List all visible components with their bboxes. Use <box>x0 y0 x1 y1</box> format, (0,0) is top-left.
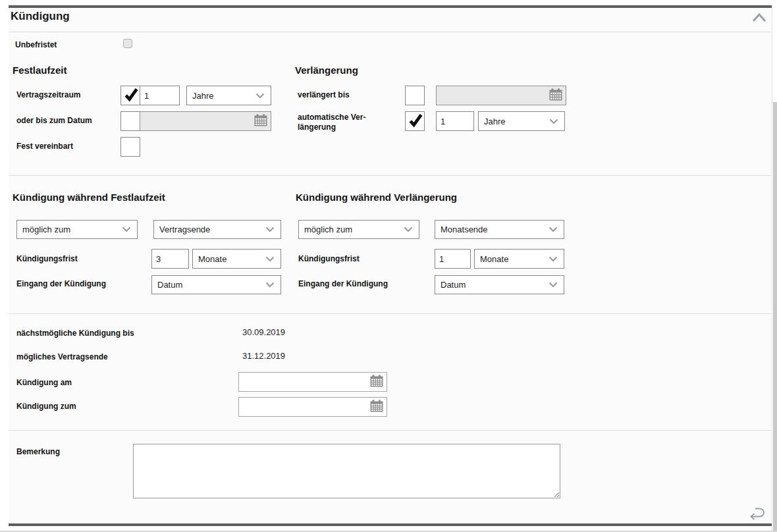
festlaufzeit-zeitpunkt-select[interactable]: Vertragsende <box>153 220 281 239</box>
return-arrow-icon <box>747 505 766 524</box>
checkmark-icon <box>123 138 138 156</box>
chevron-down-icon <box>255 91 265 101</box>
verlaengert-bis-label: verlängert bis <box>298 90 350 100</box>
calendar-icon <box>254 114 267 129</box>
label-line2: längerung <box>298 122 365 132</box>
verlaengerung-moeglich-zum-select[interactable]: möglich zum <box>298 220 419 239</box>
chevron-down-icon <box>549 280 558 290</box>
kuendigung-verlaengerung-header: Kündigung während Verlängerung <box>296 192 457 203</box>
chevron-down-icon <box>122 225 131 234</box>
collapse-panel-button[interactable] <box>751 13 767 24</box>
label-line1: automatische Ver- <box>298 113 365 122</box>
verlaengerung-zeitpunkt-select[interactable]: Monatsende <box>435 220 564 239</box>
festlaufzeit-frist-label: Kündigungsfrist <box>16 254 78 264</box>
verlaengerung-header: Verlängerung <box>295 65 358 76</box>
section-separator <box>9 313 771 314</box>
verlaengerung-eingang-select[interactable]: Datum <box>435 275 564 294</box>
section-separator <box>9 175 771 176</box>
select-value: Datum <box>157 280 182 290</box>
verlaengerung-eingang-label: Eingang der Kündigung <box>298 279 388 289</box>
unbefristet-label: Unbefristet <box>15 40 57 50</box>
bemerkung-textarea[interactable] <box>133 444 560 498</box>
verlaengerung-frist-value-input[interactable] <box>435 249 471 269</box>
festlaufzeit-header: Festlaufzeit <box>13 65 67 76</box>
unbefristet-checkbox[interactable] <box>123 39 132 48</box>
kuendigung-zum-datefield[interactable] <box>238 397 387 417</box>
kuendigung-zum-label: Kündigung zum <box>16 402 76 412</box>
moegliches-vertragsende-label: mögliches Vertragsende <box>16 352 108 362</box>
oder-bis-zum-datum-label: oder bis zum Datum <box>16 116 92 126</box>
verlaengert-bis-datefield <box>436 86 566 105</box>
checkmark-icon <box>123 113 138 130</box>
chevron-down-icon <box>404 225 413 234</box>
kuendigung-page: Kündigung Unbefristet Festlaufzeit Verlä… <box>0 0 777 532</box>
automatische-verlaengerung-checkbox[interactable] <box>405 111 425 131</box>
moegliches-vertragsende-value: 31.12.2019 <box>242 351 285 361</box>
festlaufzeit-frist-unit-select[interactable]: Monate <box>192 249 281 269</box>
oder-bis-zum-datum-checkbox[interactable] <box>121 111 140 131</box>
chevron-up-icon <box>752 13 766 25</box>
chevron-down-icon <box>265 225 275 234</box>
select-value: Jahre <box>192 91 214 101</box>
vertragszeitraum-value-input[interactable] <box>140 86 180 105</box>
automatische-verlaengerung-label: automatische Ver- längerung <box>298 113 365 132</box>
scrollbar-thumb[interactable] <box>773 102 777 532</box>
vertragszeitraum-label: Vertragszeitraum <box>16 90 80 100</box>
chevron-down-icon <box>549 117 558 126</box>
verlaengert-bis-checkbox[interactable] <box>405 86 425 105</box>
calendar-icon <box>370 400 383 415</box>
select-value: Jahre <box>484 117 506 126</box>
calendar-icon <box>549 88 562 103</box>
kuendigung-am-datefield[interactable] <box>238 372 387 392</box>
festlaufzeit-eingang-label: Eingang der Kündigung <box>16 279 106 289</box>
select-value: Monatsende <box>441 225 488 234</box>
title-separator <box>9 32 771 32</box>
page-title: Kündigung <box>11 10 70 23</box>
select-value: möglich zum <box>304 225 352 234</box>
festlaufzeit-frist-value-input[interactable] <box>151 249 189 269</box>
oder-bis-zum-datum-datefield <box>140 111 271 131</box>
chevron-down-icon <box>549 225 558 234</box>
verlaengerung-frist-unit-select[interactable]: Monate <box>474 249 564 269</box>
naechstmoegliche-kuendigung-value: 30.09.2019 <box>242 327 285 337</box>
kuendigung-festlaufzeit-header: Kündigung während Festlaufzeit <box>13 192 165 203</box>
naechstmoegliche-kuendigung-label: nächstmögliche Kündigung bis <box>16 329 134 338</box>
checkmark-icon <box>123 87 138 105</box>
automatische-verlaengerung-value-input[interactable] <box>436 111 474 131</box>
chevron-down-icon <box>549 254 558 264</box>
checkmark-icon <box>408 87 423 105</box>
automatische-verlaengerung-unit-select[interactable]: Jahre <box>478 111 565 131</box>
select-value: Monate <box>198 254 227 264</box>
verlaengerung-frist-label: Kündigungsfrist <box>298 254 360 264</box>
calendar-icon <box>370 375 383 390</box>
vertragszeitraum-unit-select[interactable]: Jahre <box>186 86 271 105</box>
section-separator <box>9 430 771 431</box>
vertragszeitraum-checkbox[interactable] <box>121 86 140 105</box>
kuendigung-am-label: Kündigung am <box>16 378 72 388</box>
return-button[interactable] <box>746 506 767 523</box>
festlaufzeit-moeglich-zum-select[interactable]: möglich zum <box>16 220 138 239</box>
checkmark-icon <box>408 113 423 130</box>
fest-vereinbart-label: Fest vereinbart <box>16 142 73 151</box>
panel-top-border <box>9 5 773 8</box>
panel-bottom-border <box>9 523 773 526</box>
chevron-down-icon <box>265 280 275 290</box>
fest-vereinbart-checkbox[interactable] <box>121 137 140 157</box>
bemerkung-label: Bemerkung <box>16 447 60 457</box>
select-value: möglich zum <box>22 225 70 234</box>
festlaufzeit-eingang-select[interactable]: Datum <box>151 275 281 294</box>
select-value: Monate <box>480 254 508 264</box>
chevron-down-icon <box>265 254 275 264</box>
select-value: Datum <box>441 280 466 290</box>
select-value: Vertragsende <box>159 225 210 234</box>
